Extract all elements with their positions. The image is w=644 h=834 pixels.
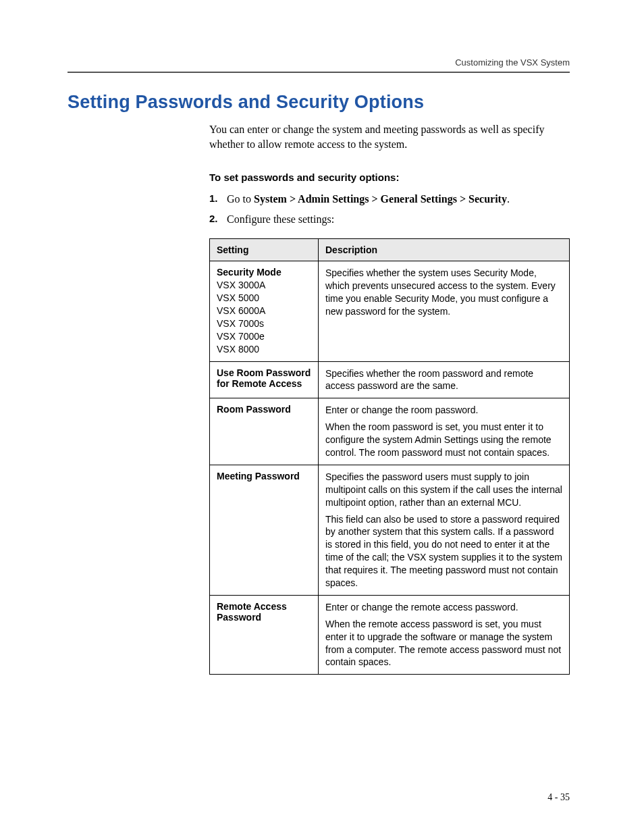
setting-subitem: VSX 7000e (217, 330, 311, 343)
setting-cell: Security ModeVSX 3000AVSX 5000VSX 6000AV… (210, 261, 319, 361)
page-number: 4 - 35 (547, 792, 570, 803)
section-title: Setting Passwords and Security Options (68, 92, 570, 113)
description-paragraph: This field can also be used to store a p… (325, 513, 562, 590)
table-row: Remote Access PasswordEnter or change th… (210, 595, 570, 674)
description-paragraph: Specifies whether the room password and … (325, 367, 562, 393)
body-content: You can enter or change the system and m… (209, 122, 570, 675)
setting-sublist: VSX 3000AVSX 5000VSX 6000AVSX 7000sVSX 7… (217, 279, 311, 355)
description-cell: Enter or change the remote access passwo… (319, 595, 570, 674)
description-paragraph: Specifies whether the system uses Securi… (325, 267, 562, 318)
setting-cell: Use Room Password for Remote Access (210, 361, 319, 398)
description-paragraph: Enter or change the room password. (325, 404, 562, 417)
col-header-description: Description (319, 239, 570, 261)
description-paragraph: Specifies the password users must supply… (325, 471, 562, 509)
description-paragraph: Enter or change the remote access passwo… (325, 601, 562, 614)
step-1-nav-path: System > Admin Settings > General Settin… (254, 193, 507, 205)
setting-cell: Remote Access Password (210, 595, 319, 674)
description-paragraph: When the remote access password is set, … (325, 618, 562, 669)
step-1: Go to System > Admin Settings > General … (209, 191, 570, 207)
settings-table: Setting Description Security ModeVSX 300… (209, 238, 570, 675)
procedure-subhead: To set passwords and security options: (209, 172, 570, 183)
procedure-steps: Go to System > Admin Settings > General … (209, 191, 570, 228)
header-rule (68, 72, 570, 73)
setting-subitem: VSX 3000A (217, 279, 311, 292)
setting-subitem: VSX 7000s (217, 317, 311, 330)
table-row: Room PasswordEnter or change the room pa… (210, 398, 570, 465)
step-2: Configure these settings: (209, 211, 570, 228)
setting-subitem: VSX 5000 (217, 292, 311, 305)
setting-cell: Room Password (210, 398, 319, 465)
table-row: Use Room Password for Remote AccessSpeci… (210, 361, 570, 398)
document-page: Customizing the VSX System Setting Passw… (0, 0, 644, 834)
setting-cell: Meeting Password (210, 465, 319, 595)
intro-paragraph: You can enter or change the system and m… (209, 122, 570, 151)
table-row: Security ModeVSX 3000AVSX 5000VSX 6000AV… (210, 261, 570, 361)
description-cell: Enter or change the room password.When t… (319, 398, 570, 465)
description-cell: Specifies whether the room password and … (319, 361, 570, 398)
setting-subitem: VSX 8000 (217, 343, 311, 356)
table-body: Security ModeVSX 3000AVSX 5000VSX 6000AV… (210, 261, 570, 675)
step-1-post: . (507, 193, 510, 205)
step-1-pre: Go to (227, 193, 254, 205)
description-cell: Specifies the password users must supply… (319, 465, 570, 595)
col-header-setting: Setting (210, 239, 319, 261)
setting-subitem: VSX 6000A (217, 305, 311, 317)
running-head: Customizing the VSX System (68, 57, 570, 68)
description-cell: Specifies whether the system uses Securi… (319, 261, 570, 361)
description-paragraph: When the room password is set, you must … (325, 421, 562, 459)
table-row: Meeting PasswordSpecifies the password u… (210, 465, 570, 595)
table-header-row: Setting Description (210, 239, 570, 261)
